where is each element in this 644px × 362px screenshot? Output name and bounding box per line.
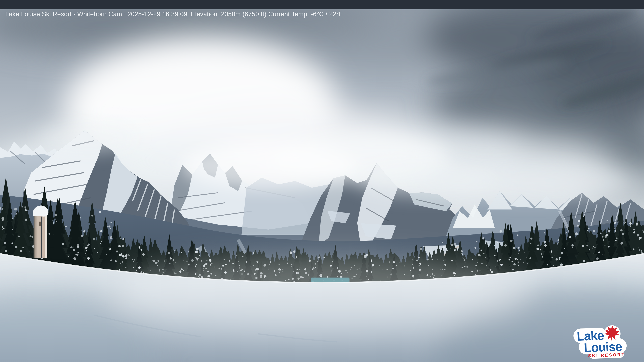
foreground-snow [0,254,644,362]
lake-louise-logo: Lake Louise SKI RESORT [572,325,634,360]
webcam-title-bar: Lake Louise Ski Resort - Whitehorn Cam :… [0,0,644,9]
weather-tower [33,205,48,258]
webcam-caption: Lake Louise Ski Resort - Whitehorn Cam :… [5,10,343,17]
mountain-panorama [0,0,644,362]
webcam-frame: Lake Louise Ski Resort - Whitehorn Cam :… [0,0,644,362]
